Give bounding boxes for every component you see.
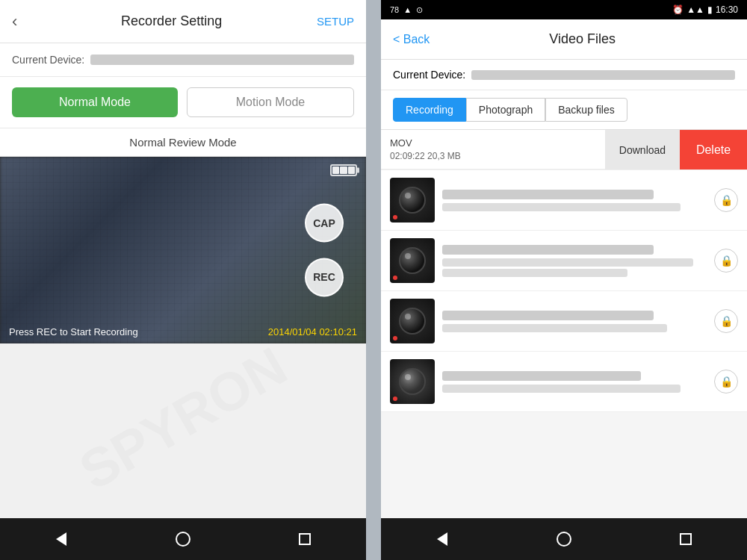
page-title-left: Recorder Setting: [26, 13, 317, 29]
battery-bar-1: [332, 167, 339, 174]
status-icon-78: 78: [390, 5, 399, 14]
file-name-blur-4: [442, 371, 641, 381]
camera-thumbnail-4: [390, 359, 435, 404]
table-row: 🔒: [381, 170, 747, 231]
video-bottom-bar: Press REC to Start Recording 2014/01/04 …: [0, 320, 366, 343]
rec-button[interactable]: REC: [305, 258, 344, 296]
delete-button[interactable]: Delete: [680, 130, 747, 169]
nav-recent-right[interactable]: [671, 524, 701, 554]
lock-icon-4[interactable]: 🔒: [714, 370, 738, 393]
right-phone: 78 ▲ ⊙ ⏰ ▲▲ ▮ 16:30 < Back Video Files C…: [381, 0, 747, 560]
wifi-icon: ▲▲: [686, 4, 704, 15]
camera-red-dot: [393, 336, 397, 340]
file-row-4: 🔒: [381, 352, 747, 411]
right-content: Current Device: Recording Photograph Bac…: [381, 60, 747, 518]
file-name-blur-2: [442, 245, 654, 255]
nav-back-left[interactable]: [46, 524, 76, 554]
device-value-left: [90, 55, 354, 65]
signal-icon: ▲: [403, 5, 412, 14]
nav-home-left[interactable]: [168, 524, 198, 554]
time-display: 16:30: [716, 4, 738, 15]
tab-backup-files[interactable]: Backup files: [545, 98, 627, 122]
camera-thumbnail-1: [390, 178, 435, 223]
download-button[interactable]: Download: [605, 130, 680, 169]
lock-icon-3[interactable]: 🔒: [714, 309, 738, 333]
device-label-left: Current Device:: [12, 54, 84, 66]
page-title-right: Video Files: [430, 31, 735, 47]
home-circle-icon-right: [557, 532, 571, 547]
file-info-1: [442, 190, 707, 211]
battery-icon: [330, 164, 357, 176]
file-name-blur-1: [442, 190, 654, 199]
lock-icon-2[interactable]: 🔒: [714, 249, 738, 273]
camera-thumbnail-2: [390, 238, 435, 283]
camera-lens-icon: [399, 308, 426, 335]
back-triangle-icon: [56, 532, 66, 546]
file-meta-blur-1: [442, 203, 681, 211]
tab-photograph[interactable]: Photograph: [466, 98, 545, 122]
camera-lens-icon: [399, 187, 426, 214]
file-info-4: [442, 371, 707, 393]
back-link-right[interactable]: < Back: [393, 33, 430, 46]
file-info-3: [442, 311, 707, 332]
camera-red-dot: [393, 215, 397, 220]
back-triangle-icon-right: [437, 532, 447, 546]
cap-button[interactable]: CAP: [305, 204, 344, 243]
right-nav-bar: [381, 518, 747, 560]
file-meta-blur-4: [442, 385, 681, 393]
motion-mode-button[interactable]: Motion Mode: [187, 87, 354, 117]
file-row-1: 🔒: [381, 170, 747, 230]
review-mode-label: Normal Review Mode: [0, 128, 366, 157]
status-right: ⏰ ▲▲ ▮ 16:30: [672, 4, 738, 15]
file-meta-blur-2: [442, 258, 693, 267]
status-left: 78 ▲ ⊙: [390, 5, 423, 15]
nav-recent-left[interactable]: [290, 524, 320, 554]
watermark: SPYRON: [69, 343, 297, 493]
right-header: < Back Video Files: [381, 19, 747, 60]
mov-label: MOV: [390, 137, 598, 149]
status-bar: 78 ▲ ⊙ ⏰ ▲▲ ▮ 16:30: [381, 0, 747, 19]
table-row: 🔒: [381, 231, 747, 291]
alarm-icon: ⏰: [672, 4, 684, 15]
file-row-3: 🔒: [381, 291, 747, 351]
device-value-right: [471, 70, 735, 80]
file-list: 🔒 🔒: [381, 170, 747, 412]
timestamp: 2014/01/04 02:10:21: [268, 326, 357, 337]
device-label-right: Current Device:: [393, 69, 465, 81]
file-info-2: [442, 245, 707, 277]
recent-square-icon-right: [680, 533, 692, 545]
camera-thumbnail-3: [390, 299, 435, 343]
recent-square-icon: [299, 533, 311, 545]
camera-lens-icon: [399, 247, 426, 274]
nav-back-right[interactable]: [427, 524, 457, 554]
device-row-right: Current Device:: [381, 60, 747, 90]
mode-buttons-row: Normal Mode Motion Mode: [0, 77, 366, 128]
file-meta-first: 02:09:22 20,3 MB: [390, 151, 598, 161]
battery-status-icon: ▮: [707, 4, 713, 15]
video-overlay: [0, 157, 366, 343]
file-name-blur-3: [442, 311, 654, 320]
normal-mode-button[interactable]: Normal Mode: [12, 87, 178, 117]
nav-home-right[interactable]: [549, 524, 579, 554]
table-row: 🔒: [381, 352, 747, 412]
battery-bar-3: [348, 167, 355, 174]
left-content: Current Device: Normal Mode Motion Mode …: [0, 43, 366, 518]
left-header: ‹ Recorder Setting SETUP: [0, 0, 366, 43]
camera-status-icon: ⊙: [416, 5, 423, 15]
file-row-2: 🔒: [381, 231, 747, 290]
file-meta-blur-3: [442, 324, 667, 332]
back-button[interactable]: ‹: [12, 12, 17, 31]
tab-recording[interactable]: Recording: [393, 98, 466, 122]
camera-red-dot: [393, 396, 397, 401]
battery-bar-2: [340, 167, 347, 174]
video-preview: CAP REC Press REC to Start Recording 201…: [0, 157, 366, 343]
left-phone: ‹ Recorder Setting SETUP Current Device:…: [0, 0, 366, 560]
setup-link[interactable]: SETUP: [317, 15, 354, 28]
first-file-item: MOV 02:09:22 20,3 MB Download Delete: [381, 130, 747, 170]
file-meta-blur-2b: [442, 269, 627, 277]
table-row: 🔒: [381, 291, 747, 352]
press-rec-text: Press REC to Start Recording: [9, 326, 138, 337]
lock-icon-1[interactable]: 🔒: [714, 188, 738, 212]
left-nav-bar: [0, 518, 366, 560]
camera-lens-icon: [399, 368, 426, 395]
